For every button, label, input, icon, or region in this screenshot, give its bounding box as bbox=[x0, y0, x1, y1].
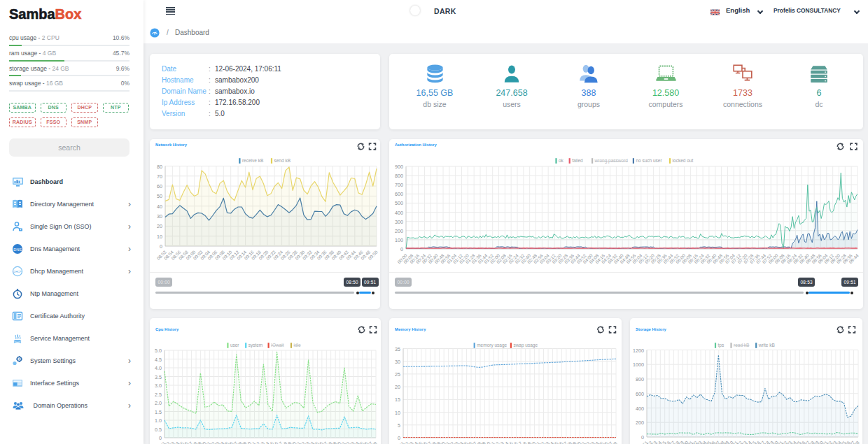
svg-text:70: 70 bbox=[157, 173, 162, 180]
svg-text:600: 600 bbox=[395, 191, 403, 197]
svg-text:3.0: 3.0 bbox=[155, 382, 162, 389]
svg-text:400: 400 bbox=[636, 406, 644, 412]
svg-text:1200: 1200 bbox=[633, 348, 644, 354]
svg-text:2.0: 2.0 bbox=[155, 400, 162, 406]
svg-text:15: 15 bbox=[395, 396, 400, 403]
svg-text:2.5: 2.5 bbox=[155, 392, 162, 398]
svg-text:900: 900 bbox=[395, 164, 403, 170]
svg-text:30: 30 bbox=[395, 359, 400, 365]
svg-text:0: 0 bbox=[159, 435, 162, 441]
svg-text:10: 10 bbox=[157, 234, 162, 240]
svg-text:0: 0 bbox=[400, 246, 403, 252]
svg-text:100: 100 bbox=[395, 237, 403, 243]
svg-text:1.5: 1.5 bbox=[155, 409, 162, 415]
svg-text:5: 5 bbox=[398, 422, 400, 429]
svg-text:0: 0 bbox=[398, 435, 400, 441]
svg-text:38: 38 bbox=[371, 441, 378, 444]
svg-text:80: 80 bbox=[157, 164, 162, 170]
svg-text:38: 38 bbox=[853, 440, 860, 444]
svg-text:0: 0 bbox=[641, 434, 644, 441]
svg-text:35: 35 bbox=[395, 346, 400, 352]
svg-text:38: 38 bbox=[611, 441, 618, 444]
svg-text:40: 40 bbox=[157, 203, 162, 210]
svg-text:800: 800 bbox=[395, 173, 403, 179]
svg-text:200: 200 bbox=[395, 228, 403, 234]
svg-text:25: 25 bbox=[395, 371, 400, 378]
svg-text:300: 300 bbox=[395, 219, 403, 225]
svg-text:20: 20 bbox=[157, 223, 162, 229]
svg-text:400: 400 bbox=[395, 210, 403, 216]
svg-text:1.0: 1.0 bbox=[155, 417, 162, 424]
svg-text:DHCP: DHCP bbox=[13, 270, 22, 273]
svg-text:10: 10 bbox=[395, 410, 400, 416]
svg-text:200: 200 bbox=[636, 420, 644, 426]
svg-text:800: 800 bbox=[636, 376, 644, 382]
svg-text:0.5: 0.5 bbox=[155, 427, 162, 433]
svg-text:1000: 1000 bbox=[633, 361, 644, 368]
svg-text:50: 50 bbox=[157, 193, 162, 199]
svg-text:60: 60 bbox=[157, 183, 162, 189]
svg-text:DNS: DNS bbox=[13, 248, 22, 252]
svg-text:20: 20 bbox=[395, 384, 400, 390]
svg-text:3.5: 3.5 bbox=[155, 374, 162, 380]
svg-text:5.0: 5.0 bbox=[155, 348, 162, 354]
svg-text:4.5: 4.5 bbox=[155, 357, 162, 363]
svg-text:0: 0 bbox=[160, 243, 162, 250]
svg-text:500: 500 bbox=[395, 200, 403, 206]
svg-text:600: 600 bbox=[636, 391, 644, 397]
svg-text:30: 30 bbox=[157, 213, 162, 220]
svg-text:4.0: 4.0 bbox=[155, 365, 162, 371]
svg-text:700: 700 bbox=[395, 182, 403, 188]
